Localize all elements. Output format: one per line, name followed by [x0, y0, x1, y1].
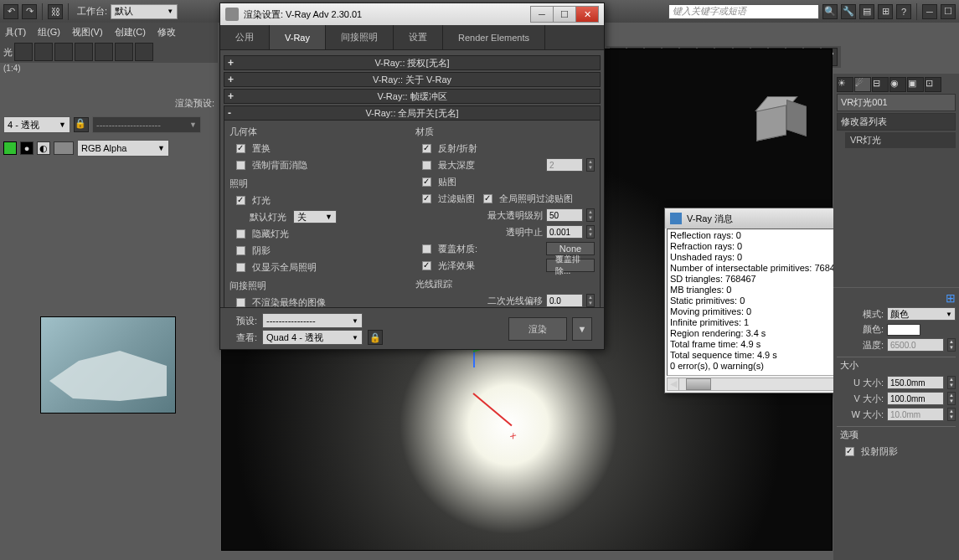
dialog-titlebar[interactable]: 渲染设置: V-Ray Adv 2.30.01 ─ ☐ ✕: [220, 3, 604, 25]
rgb-swatch[interactable]: [3, 141, 17, 155]
rollout-framebuffer[interactable]: +V-Ray:: 帧缓冲区: [224, 89, 601, 104]
layers-icon[interactable]: ▤: [859, 4, 874, 19]
max-depth-check[interactable]: [422, 161, 431, 170]
util-tab-icon[interactable]: ⊡: [925, 77, 941, 92]
rollout-global-switches[interactable]: -V-Ray:: 全局开关[无名]: [224, 105, 601, 121]
modify-tab-icon[interactable]: ☄: [854, 77, 871, 92]
view-lock-icon[interactable]: 🔒: [368, 330, 383, 345]
force-backface-check[interactable]: [236, 161, 245, 170]
menu-view[interactable]: 视图(V): [72, 26, 103, 39]
help-icon[interactable]: ?: [896, 4, 911, 19]
tab-settings[interactable]: 设置: [394, 25, 443, 49]
transp-cutoff-spinner[interactable]: ▲▼: [586, 225, 595, 239]
graph-icon[interactable]: ⊞: [878, 4, 893, 19]
u-size-input[interactable]: 150.0mm: [887, 376, 944, 389]
dotted-icon[interactable]: [34, 43, 53, 61]
viewcube[interactable]: [756, 100, 798, 141]
tab-vray[interactable]: V-Ray: [270, 25, 326, 49]
w-spinner[interactable]: ▲▼: [947, 408, 956, 421]
vray-render-settings-dialog: 渲染设置: V-Ray Adv 2.30.01 ─ ☐ ✕ 公用 V-Ray 间…: [219, 3, 605, 350]
override-mtl-check[interactable]: [422, 244, 431, 254]
key-icon[interactable]: 🔧: [841, 4, 856, 19]
menu-create[interactable]: 创建(C): [115, 26, 146, 39]
v-spinner[interactable]: ▲▼: [947, 392, 956, 405]
display-tab-icon[interactable]: ▣: [907, 77, 924, 92]
color-label: 颜色:: [845, 323, 884, 336]
u-spinner[interactable]: ▲▼: [947, 376, 956, 389]
maps-check[interactable]: [422, 177, 431, 187]
temp-spinner[interactable]: ▲▼: [947, 338, 956, 352]
dialog-title: 渲染设置: V-Ray Adv 2.30.01: [244, 8, 362, 21]
rollout-auth[interactable]: +V-Ray:: 授权[无名]: [224, 55, 601, 70]
select-icon[interactable]: [115, 43, 133, 61]
secondary-bias-spinner[interactable]: ▲▼: [586, 294, 595, 307]
displacement-check[interactable]: [236, 144, 245, 153]
max-depth-input[interactable]: 2: [546, 158, 583, 172]
shadows-check[interactable]: [236, 246, 245, 255]
override-exclude-button[interactable]: 覆盖排除...: [546, 259, 595, 272]
color-swatch[interactable]: [887, 324, 920, 336]
menu-tools[interactable]: 具(T): [5, 26, 26, 39]
modifier-stack-item[interactable]: VR灯光: [845, 132, 956, 148]
render-dropdown-button[interactable]: ▼: [572, 317, 592, 341]
alpha-dropdown[interactable]: RGB Alpha▼: [77, 140, 169, 157]
circle-swatch[interactable]: ●: [20, 141, 34, 155]
rollout-about[interactable]: +V-Ray:: 关于 V-Ray: [224, 72, 601, 87]
menu-modify[interactable]: 修改: [157, 26, 176, 39]
lights-check[interactable]: [236, 196, 245, 205]
move-icon[interactable]: [54, 43, 73, 61]
search-icon[interactable]: 🔍: [822, 4, 838, 19]
left-panel: 渲染预设: 4 - 透视▼ 🔒 ---------------------▼ ●…: [0, 67, 218, 163]
w-size-input[interactable]: 10.0mm: [887, 408, 944, 421]
maximize-icon[interactable]: ☐: [941, 4, 956, 19]
view-footer-dropdown[interactable]: Quad 4 - 透视▼: [262, 330, 363, 345]
minimize-icon[interactable]: ─: [922, 4, 937, 19]
glossy-check[interactable]: [422, 261, 431, 270]
close-button[interactable]: ✕: [575, 6, 599, 23]
secondary-bias-input[interactable]: 0.0: [546, 294, 583, 307]
undo-icon[interactable]: ↶: [3, 4, 18, 19]
light-icon[interactable]: [14, 43, 33, 61]
preset-dropdown[interactable]: ---------------------▼: [92, 116, 201, 133]
transp-cutoff-input[interactable]: 0.001: [546, 225, 583, 239]
v-size-input[interactable]: 100.0mm: [887, 392, 944, 405]
scale-icon[interactable]: [95, 43, 113, 61]
maximize-button[interactable]: ☐: [553, 6, 576, 23]
motion-tab-icon[interactable]: ◉: [889, 77, 906, 92]
viewport-dropdown[interactable]: 4 - 透视▼: [3, 116, 70, 133]
rotate-icon[interactable]: [75, 43, 93, 61]
tab-render-elements[interactable]: Render Elements: [443, 25, 545, 49]
dont-render-final-check[interactable]: [236, 298, 245, 307]
lock-icon[interactable]: 🔒: [74, 117, 89, 132]
mode-dropdown[interactable]: 颜色▼: [887, 307, 956, 321]
gi-only-check[interactable]: [236, 263, 245, 272]
temp-input[interactable]: 6500.0: [887, 338, 944, 352]
link-icon[interactable]: ⛓: [48, 4, 63, 19]
link2-icon[interactable]: [135, 43, 153, 61]
render-button[interactable]: 渲染: [508, 317, 567, 341]
refl-refr-check[interactable]: [422, 144, 431, 153]
max-transp-spinner[interactable]: ▲▼: [586, 208, 595, 222]
workspace-dropdown[interactable]: 默认 ▼: [111, 4, 178, 19]
object-name-field[interactable]: VR灯光001: [837, 94, 956, 111]
hidden-lights-check[interactable]: [236, 229, 245, 239]
create-tab-icon[interactable]: ☀: [837, 77, 853, 92]
menu-group[interactable]: 组(G): [38, 26, 60, 39]
tab-gi[interactable]: 间接照明: [326, 25, 394, 49]
preset-footer-dropdown[interactable]: ----------------▼: [262, 313, 363, 328]
max-transp-input[interactable]: 50: [546, 208, 583, 222]
vray-icon: [225, 8, 239, 21]
search-input[interactable]: 键入关键字或短语: [668, 4, 819, 19]
modifier-list-dropdown[interactable]: 修改器列表: [837, 113, 956, 131]
gray-swatch[interactable]: [54, 141, 74, 155]
cast-shadow-check[interactable]: [845, 447, 854, 456]
filter-maps-check[interactable]: [422, 194, 431, 203]
gi-filter-maps-check[interactable]: [483, 194, 492, 203]
tab-common[interactable]: 公用: [220, 25, 270, 49]
default-lights-dropdown[interactable]: 关▼: [293, 210, 337, 223]
half-swatch[interactable]: ◐: [37, 141, 50, 155]
minimize-button[interactable]: ─: [530, 6, 554, 23]
hierarchy-tab-icon[interactable]: ⊟: [872, 77, 889, 92]
max-depth-spinner[interactable]: ▲▼: [586, 158, 595, 172]
redo-icon[interactable]: ↷: [22, 4, 37, 19]
